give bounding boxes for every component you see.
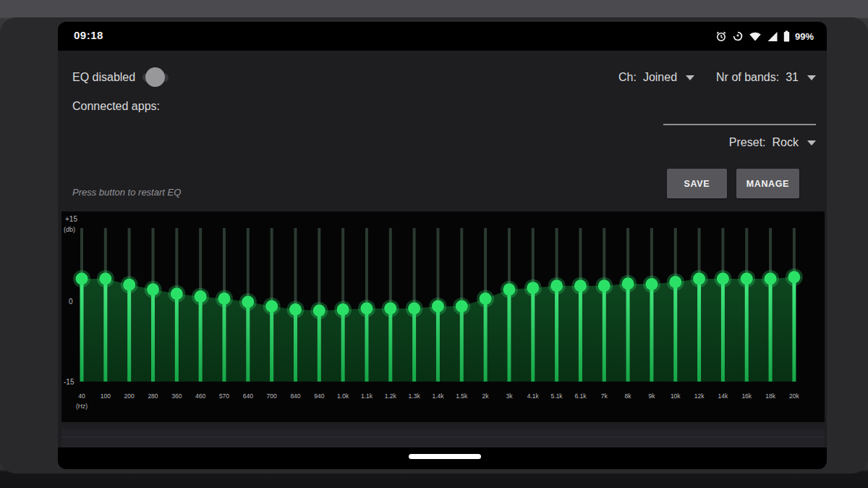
chevron-down-icon [686, 75, 694, 80]
wifi-icon [749, 31, 762, 42]
device-screen: 09:18 99% [58, 22, 827, 469]
chevron-down-icon [807, 75, 816, 80]
eq-freq-label: 460 [195, 392, 205, 400]
eq-band-knob[interactable] [645, 278, 658, 290]
eq-band-knob[interactable] [76, 272, 88, 285]
eq-freq-label: 1.4k [432, 392, 444, 400]
eq-band-knob[interactable] [527, 282, 539, 294]
eq-band-knob[interactable] [289, 303, 302, 316]
eq-band-knob[interactable] [693, 272, 705, 285]
eq-band-knob[interactable] [669, 276, 681, 288]
eq-freq-label: 8k [625, 392, 632, 400]
restart-hint: Press button to restart EQ [72, 187, 181, 198]
eq-toggle[interactable] [142, 71, 173, 84]
eq-freq-label: 280 [148, 392, 158, 400]
bands-value: 31 [786, 71, 799, 84]
status-clock: 09:18 [74, 29, 103, 41]
eq-band-knob[interactable] [550, 279, 563, 292]
eq-band-knob[interactable] [408, 302, 420, 314]
eq-freq-label: 640 [243, 392, 253, 400]
eq-band-knob[interactable] [337, 303, 349, 316]
bands-dropdown-underline [663, 124, 816, 125]
eq-band-knob[interactable] [384, 302, 396, 314]
preset-dropdown[interactable]: Preset: Rock [729, 136, 816, 149]
eq-freq-label: 2k [482, 392, 490, 400]
eq-freq-label: 6.1k [574, 392, 587, 400]
eq-band-knob[interactable] [313, 304, 326, 316]
navigation-bar [58, 447, 827, 469]
eq-band-knob[interactable] [765, 272, 777, 285]
eq-band-knob[interactable] [218, 293, 230, 305]
eq-freq-label: 200 [124, 392, 135, 400]
eq-band-knob[interactable] [123, 279, 135, 291]
cell-signal-icon [767, 31, 778, 42]
eq-band-knob[interactable] [480, 293, 492, 305]
battery-icon [783, 30, 790, 42]
eq-toggle-label: EQ disabled [72, 71, 135, 84]
eq-freq-label: 5.1k [551, 392, 563, 400]
eq-band-knob[interactable] [99, 272, 111, 285]
data-saver-icon [732, 30, 744, 42]
eq-freq-label: 1.3k [409, 392, 421, 400]
eq-freq-label: 40 [78, 392, 85, 400]
eq-freq-label: 7k [601, 392, 608, 400]
channel-label: Ch: [618, 71, 637, 84]
eq-freq-label: 100 [101, 392, 111, 400]
eq-band-knob[interactable] [360, 302, 373, 314]
eq-freq-label: 1.1k [361, 392, 373, 400]
eq-freq-label: 4.1k [527, 392, 540, 400]
eq-axis-label: -15 [64, 378, 75, 386]
bands-dropdown[interactable]: Nr of bands: 31 [716, 71, 816, 84]
eq-axis-label: +15 [65, 215, 77, 223]
eq-band-knob[interactable] [432, 300, 444, 312]
connected-apps-label: Connected apps: [72, 100, 160, 113]
channel-value: Joined [643, 71, 677, 84]
eq-band-knob[interactable] [574, 279, 587, 292]
battery-percent: 99% [795, 31, 814, 42]
eq-band-knob[interactable] [788, 271, 800, 283]
eq-band-knob[interactable] [503, 283, 515, 295]
chevron-down-icon [807, 140, 816, 146]
eq-toggle-thumb[interactable] [145, 67, 165, 87]
master-panel-divider [61, 437, 825, 437]
eq-band-knob[interactable] [147, 283, 159, 295]
eq-band-knob[interactable] [195, 290, 207, 303]
tablet-frame: 09:18 99% [0, 0, 868, 488]
eq-freq-label: 1.0k [337, 392, 349, 400]
alarm-icon [715, 30, 727, 42]
eq-freq-label: 18k [765, 392, 775, 400]
eq-band-knob[interactable] [622, 277, 634, 290]
eq-band-knob[interactable] [242, 296, 254, 308]
eq-freq-label: 1.2k [385, 392, 397, 400]
eq-freq-label: 360 [171, 392, 182, 400]
eq-enable-row: EQ disabled [72, 71, 173, 84]
channel-dropdown[interactable]: Ch: Joined [618, 71, 694, 84]
preset-label: Preset: [729, 136, 766, 149]
eq-freq-label: 940 [314, 392, 324, 400]
eq-axis-label: 0 [69, 298, 73, 306]
bands-label: Nr of bands: [716, 71, 779, 84]
eq-band-knob[interactable] [717, 272, 729, 285]
eq-band-knob[interactable] [598, 279, 610, 292]
eq-freq-label: 570 [219, 392, 229, 400]
eq-freq-label: 9k [648, 392, 655, 400]
preset-value: Rock [773, 136, 799, 149]
eq-band-knob[interactable] [265, 300, 278, 312]
eq-band-knob[interactable] [741, 272, 753, 285]
eq-band-knob[interactable] [171, 287, 183, 300]
eq-freq-label: 14k [718, 392, 728, 400]
status-icons: 99% [715, 28, 814, 44]
eq-freq-label: 700 [267, 392, 277, 400]
home-gesture-pill[interactable] [409, 454, 481, 459]
eq-band-knob[interactable] [456, 300, 468, 312]
eq-freq-label: 10k [671, 392, 681, 400]
eq-freq-unit-label: (Hz) [76, 403, 88, 410]
eq-freq-label: 840 [290, 392, 300, 400]
eq-freq-label: 12k [694, 392, 705, 400]
save-button[interactable]: SAVE [667, 169, 727, 198]
eq-freq-label: 1.5k [456, 392, 468, 400]
channel-and-bands-row: Ch: Joined Nr of bands: 31 [618, 71, 816, 84]
manage-button[interactable]: MANAGE [736, 169, 799, 198]
eq-freq-label: 16k [741, 392, 752, 400]
equalizer-sliders-svg: +15(db)0-1540100200280360460570640700840… [61, 211, 825, 422]
